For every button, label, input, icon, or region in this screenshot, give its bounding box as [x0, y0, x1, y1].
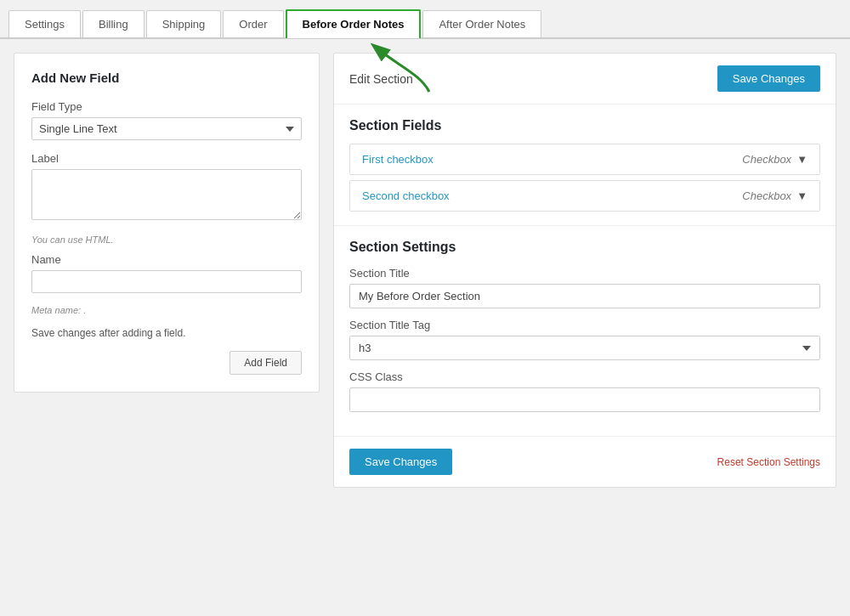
- add-new-field-panel: Add New Field Field Type Single Line Tex…: [14, 53, 320, 393]
- save-changes-top-button[interactable]: Save Changes: [717, 65, 820, 92]
- tab-after-order-notes[interactable]: After Order Notes: [422, 10, 541, 37]
- save-notice: Save changes after adding a field.: [31, 327, 302, 339]
- add-new-field-title: Add New Field: [31, 71, 302, 85]
- tab-billing[interactable]: Billing: [82, 10, 144, 37]
- edit-section-panel: Edit Section Save Changes Section Fields…: [333, 53, 836, 488]
- section-title-tag-group: Section Title Tag h1 h2 h3 h4 h5 h6 p di…: [349, 319, 820, 360]
- section-title-tag-select[interactable]: h1 h2 h3 h4 h5 h6 p div: [349, 336, 820, 360]
- add-field-button[interactable]: Add Field: [230, 351, 302, 375]
- html-hint: You can use HTML.: [31, 235, 302, 245]
- tab-order[interactable]: Order: [223, 10, 283, 37]
- tabs-bar: Settings Billing Shipping Order Before O…: [0, 0, 850, 39]
- field-type-label: Field Type: [31, 100, 302, 113]
- section-title-label: Section Title: [349, 267, 820, 280]
- label-input[interactable]: [31, 169, 302, 220]
- edit-section-header: Edit Section Save Changes: [334, 54, 836, 105]
- field-name-first: First checkbox: [362, 153, 434, 166]
- name-group: Name: [31, 253, 302, 293]
- section-title-group: Section Title: [349, 267, 820, 308]
- meta-name-hint: Meta name: .: [31, 305, 302, 315]
- label-group: Label: [31, 152, 302, 223]
- section-settings-block: Section Settings Section Title Section T…: [334, 226, 836, 436]
- tab-settings[interactable]: Settings: [8, 10, 81, 37]
- table-row[interactable]: First checkbox Checkbox ▼: [349, 144, 820, 175]
- css-class-group: CSS Class: [349, 370, 820, 412]
- label-label: Label: [31, 152, 302, 165]
- tab-before-order-notes[interactable]: Before Order Notes: [286, 9, 422, 38]
- field-type-first: Checkbox: [742, 153, 791, 166]
- save-changes-bottom-button[interactable]: Save Changes: [349, 449, 452, 475]
- chevron-down-icon: ▼: [796, 153, 808, 166]
- name-input[interactable]: [31, 270, 302, 293]
- section-title-tag-label: Section Title Tag: [349, 319, 820, 331]
- field-name-second: Second checkbox: [362, 189, 450, 202]
- main-content: Add New Field Field Type Single Line Tex…: [0, 39, 850, 501]
- chevron-down-icon: ▼: [796, 189, 808, 202]
- field-type-select[interactable]: Single Line Text Multi Line Text Checkbo…: [31, 117, 302, 140]
- reset-section-link[interactable]: Reset Section Settings: [717, 456, 820, 468]
- field-type-group: Field Type Single Line Text Multi Line T…: [31, 100, 302, 140]
- field-type-area-second: Checkbox ▼: [742, 189, 808, 202]
- section-fields-title: Section Fields: [349, 118, 820, 133]
- section-fields-block: Section Fields First checkbox Checkbox ▼…: [334, 105, 836, 226]
- section-settings-title: Section Settings: [349, 240, 820, 255]
- section-title-input[interactable]: [349, 284, 820, 308]
- css-class-label: CSS Class: [349, 370, 820, 383]
- table-row[interactable]: Second checkbox Checkbox ▼: [349, 180, 820, 212]
- css-class-input[interactable]: [349, 387, 820, 412]
- tab-shipping[interactable]: Shipping: [146, 10, 222, 37]
- field-type-area-first: Checkbox ▼: [742, 153, 808, 166]
- edit-section-label: Edit Section: [349, 72, 413, 86]
- name-label: Name: [31, 253, 302, 266]
- bottom-actions: Save Changes Reset Section Settings: [334, 436, 836, 487]
- field-type-second: Checkbox: [742, 189, 791, 202]
